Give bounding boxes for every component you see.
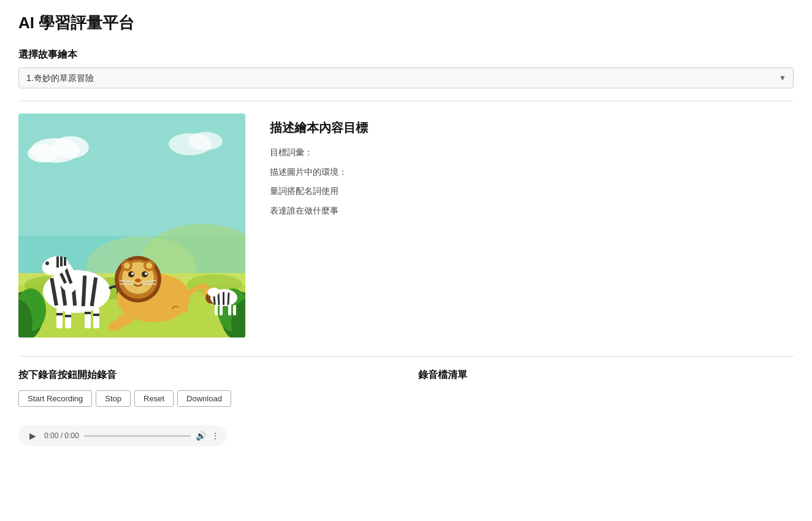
- svg-rect-33: [64, 257, 66, 266]
- book-image-container: [18, 114, 245, 338]
- svg-point-4: [28, 144, 58, 163]
- book-selector-label: 選擇故事繪本: [18, 48, 794, 61]
- start-recording-button[interactable]: Start Recording: [18, 390, 92, 407]
- svg-rect-37: [93, 308, 99, 328]
- content-section: 描述繪本內容目標 目標詞彙： 描述圖片中的環境： 量詞搭配名詞使用 表達誰在做什…: [18, 114, 794, 338]
- svg-rect-38: [56, 313, 63, 315]
- audio-more-options-icon[interactable]: ⋮: [211, 431, 220, 441]
- recording-section: 按下錄音按鈕開始錄音 Start Recording Stop Reset Do…: [18, 369, 794, 446]
- download-button[interactable]: Download: [177, 390, 231, 407]
- recording-list-title: 錄音檔清單: [418, 369, 794, 382]
- svg-point-58: [146, 263, 152, 269]
- description-title: 描述繪本內容目標: [270, 120, 794, 136]
- recording-instruction: 按下錄音按鈕開始錄音: [18, 369, 394, 382]
- audio-time-display: 0:00 / 0:00: [44, 431, 79, 440]
- svg-point-30: [45, 261, 49, 265]
- book-selector-wrapper: 1.奇妙的草原冒險 2.海底世界探險 3.森林的秘密 ▼: [18, 68, 794, 88]
- description-item-3: 表達誰在做什麼事: [270, 204, 794, 218]
- svg-rect-41: [93, 314, 99, 316]
- page-title: AI 學習評量平台: [18, 12, 794, 34]
- recording-btn-group: Start Recording Stop Reset Download: [18, 390, 394, 407]
- description-item-1: 描述圖片中的環境：: [270, 166, 794, 179]
- audio-progress-bar[interactable]: [84, 435, 191, 437]
- svg-point-49: [145, 272, 147, 275]
- svg-rect-1: [18, 114, 245, 236]
- divider-2: [18, 356, 794, 357]
- svg-rect-31: [56, 257, 59, 268]
- audio-play-button[interactable]: ▶: [26, 429, 39, 442]
- description-item-0: 目標詞彙：: [270, 146, 794, 160]
- svg-point-6: [188, 132, 223, 150]
- svg-rect-73: [233, 305, 236, 315]
- book-selector-dropdown[interactable]: 1.奇妙的草原冒險 2.海底世界探險 3.森林的秘密: [18, 68, 794, 88]
- reset-button[interactable]: Reset: [134, 390, 174, 407]
- svg-point-56: [124, 263, 130, 269]
- svg-rect-40: [85, 312, 91, 314]
- svg-rect-32: [60, 257, 63, 266]
- description-item-2: 量詞搭配名詞使用: [270, 185, 794, 198]
- svg-rect-72: [228, 304, 231, 315]
- svg-rect-36: [85, 307, 91, 328]
- recording-left: 按下錄音按鈕開始錄音 Start Recording Stop Reset Do…: [18, 369, 394, 446]
- svg-rect-35: [65, 310, 71, 328]
- svg-rect-67: [223, 292, 224, 305]
- divider-1: [18, 101, 794, 101]
- svg-rect-71: [220, 306, 223, 315]
- book-image: [18, 114, 245, 338]
- svg-rect-34: [56, 309, 63, 328]
- stop-button[interactable]: Stop: [96, 390, 131, 407]
- description-panel: 描述繪本內容目標 目標詞彙： 描述圖片中的環境： 量詞搭配名詞使用 表達誰在做什…: [270, 114, 794, 338]
- svg-rect-70: [215, 304, 218, 315]
- audio-player: ▶ 0:00 / 0:00 🔊 ⋮: [18, 425, 227, 446]
- svg-rect-39: [65, 315, 71, 317]
- recording-right: 錄音檔清單: [418, 369, 794, 446]
- svg-point-47: [131, 272, 134, 275]
- audio-volume-icon[interactable]: 🔊: [196, 431, 206, 441]
- svg-point-50: [135, 279, 141, 282]
